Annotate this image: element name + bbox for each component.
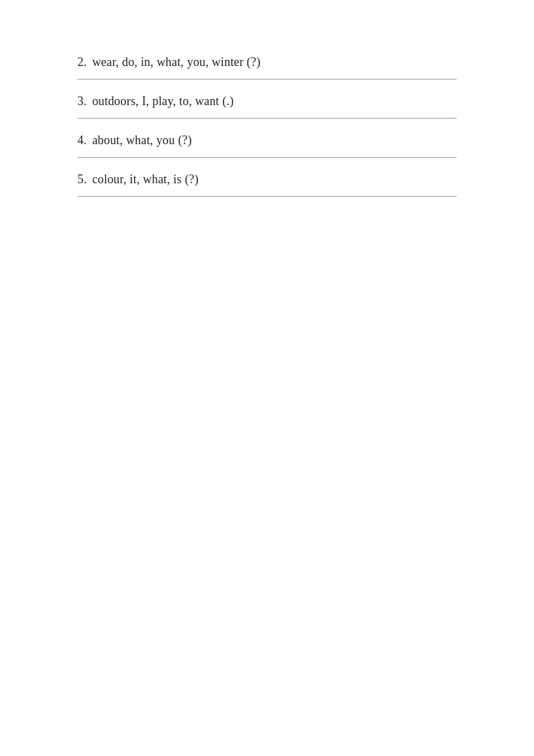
item-5-content: colour, it, what, is (?)	[92, 172, 199, 187]
item-3-text: 3.	[77, 94, 87, 108]
exercise-item-2: 2. wear, do, in, what, you, winter (?)	[77, 40, 457, 80]
item-5-text: 5.	[77, 172, 87, 187]
item-row-3: 3. outdoors, I, play, to, want (.)	[77, 80, 457, 118]
item-2-content: wear, do, in, what, you, winter (?)	[92, 55, 261, 69]
item-row-5: 5. colour, it, what, is (?)	[77, 158, 457, 196]
item-3-content: outdoors, I, play, to, want (.)	[92, 94, 234, 108]
page: 2. wear, do, in, what, you, winter (?) 3…	[0, 0, 534, 756]
item-2-text: 2.	[77, 55, 87, 69]
exercise-list: 2. wear, do, in, what, you, winter (?) 3…	[77, 40, 457, 197]
item-row-4: 4. about, what, you (?)	[77, 119, 457, 157]
item-row-2: 2. wear, do, in, what, you, winter (?)	[77, 40, 457, 79]
divider-5	[77, 196, 457, 197]
item-4-content: about, what, you (?)	[92, 133, 192, 148]
exercise-item-5: 5. colour, it, what, is (?)	[77, 158, 457, 197]
exercise-item-4: 4. about, what, you (?)	[77, 119, 457, 158]
item-4-text: 4.	[77, 133, 87, 148]
exercise-item-3: 3. outdoors, I, play, to, want (.)	[77, 80, 457, 119]
